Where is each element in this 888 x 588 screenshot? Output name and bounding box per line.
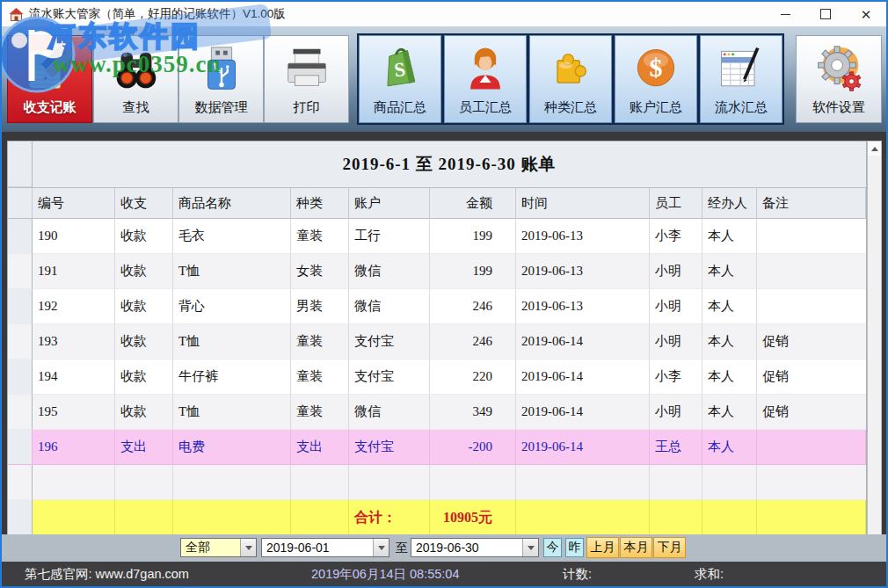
close-button[interactable]: ✕ xyxy=(846,2,886,26)
cell-amount: 199 xyxy=(430,254,516,289)
date-to-value: 2019-06-30 xyxy=(416,541,479,555)
cell-date: 2019-06-14 xyxy=(516,395,650,430)
table-body: 190收款毛衣童装工行1992019-06-13小李本人191收款T恤女装微信1… xyxy=(8,219,866,500)
row-selector[interactable] xyxy=(8,289,33,324)
row-selector[interactable] xyxy=(8,219,33,254)
toolbar-button-employee-summary[interactable]: 员工汇总 xyxy=(444,35,527,123)
column-header-product[interactable]: 商品名称 xyxy=(173,188,291,219)
cell-type: 收款 xyxy=(115,324,173,359)
notepad-pencil-icon xyxy=(23,40,77,98)
app-window: 流水账大管家（简单，好用的记账软件）V1.00版 ✕ xyxy=(0,0,888,588)
total-row: 合计： 10905元 xyxy=(8,500,866,535)
cell-employee xyxy=(650,465,702,500)
table-row[interactable]: 195收款T恤童装微信3492019-06-14小明本人促销 xyxy=(8,395,866,430)
cell-amount: 246 xyxy=(430,289,516,324)
yesterday-button[interactable]: 昨 xyxy=(565,538,584,557)
column-header-account[interactable]: 账户 xyxy=(349,188,430,219)
cell-product: 背心 xyxy=(173,289,291,324)
date-to-select[interactable]: 2019-06-30 xyxy=(411,538,539,557)
table-row[interactable]: 190收款毛衣童装工行1992019-06-13小李本人 xyxy=(8,219,866,254)
toolbar-button-data-manage[interactable]: 数据管理 xyxy=(178,35,264,123)
puzzle-icon xyxy=(544,40,597,98)
column-header-category[interactable]: 种类 xyxy=(291,188,349,219)
window-title: 流水账大管家（简单，好用的记账软件）V1.00版 xyxy=(29,6,286,22)
row-selector[interactable] xyxy=(8,254,33,289)
empty-row[interactable] xyxy=(8,465,866,500)
cell-id: 193 xyxy=(33,324,115,359)
window-controls: ✕ xyxy=(765,2,886,26)
toolbar-button-settings[interactable]: 软件设置 xyxy=(796,35,882,123)
cell-type xyxy=(115,465,173,500)
cell-type: 收款 xyxy=(115,359,173,395)
toolbar-button-flow-summary[interactable]: 流水汇总 xyxy=(700,35,782,123)
column-header-id[interactable]: 编号 xyxy=(33,188,115,219)
scope-select-value: 全部 xyxy=(186,540,210,555)
column-header-employee[interactable]: 员工 xyxy=(650,188,702,219)
table-row[interactable]: 193收款T恤童装支付宝2462019-06-14小明本人促销 xyxy=(8,324,866,359)
prev-month-button[interactable]: 上月 xyxy=(586,537,619,558)
column-header-note[interactable]: 备注 xyxy=(757,188,866,219)
chevron-down-icon xyxy=(522,539,538,556)
cell-employee: 小明 xyxy=(650,254,702,289)
chevron-down-icon xyxy=(240,539,256,556)
arrow-up-icon xyxy=(871,147,878,151)
row-selector[interactable] xyxy=(8,359,33,395)
row-selector[interactable] xyxy=(8,430,33,465)
vertical-scrollbar[interactable] xyxy=(867,141,882,561)
status-count-label: 计数: xyxy=(563,566,592,583)
toolbar-button-account-summary[interactable]: $ 账户汇总 xyxy=(615,35,697,123)
cell-date: 2019-06-14 xyxy=(516,324,650,359)
row-selector[interactable] xyxy=(8,324,33,359)
cell-id: 190 xyxy=(33,219,115,254)
cell-account: 支付宝 xyxy=(349,359,430,395)
cell-handler: 本人 xyxy=(702,430,757,465)
scope-select[interactable]: 全部 xyxy=(180,538,257,557)
cell-note: 促销 xyxy=(757,395,866,430)
toolbar-button-print[interactable]: 打印 xyxy=(264,35,349,123)
next-month-button[interactable]: 下月 xyxy=(653,537,686,558)
table-row[interactable]: 192收款背心男装微信2462019-06-13小明本人 xyxy=(8,289,866,324)
column-header-amount[interactable]: 金额 xyxy=(430,188,516,219)
column-header-type[interactable]: 收支 xyxy=(115,188,173,219)
date-from-select[interactable]: 2019-06-01 xyxy=(261,538,389,557)
cell-employee: 小明 xyxy=(650,395,702,430)
toolbar-button-label: 查找 xyxy=(123,99,149,116)
toolbar-button-label: 商品汇总 xyxy=(374,99,426,116)
toolbar-button-label: 员工汇总 xyxy=(459,99,512,116)
scroll-up-button[interactable] xyxy=(868,142,881,156)
close-icon: ✕ xyxy=(861,8,872,21)
table-header: 编号 收支 商品名称 种类 账户 金额 时间 员工 经办人 备注 xyxy=(8,188,866,219)
cell-amount: 199 xyxy=(430,219,516,254)
toolbar: 收支记账 查找 xyxy=(2,26,886,132)
this-month-button[interactable]: 本月 xyxy=(620,537,652,558)
column-header-handler[interactable]: 经办人 xyxy=(702,188,757,219)
table-row[interactable]: 194收款牛仔裤童装支付宝2202019-06-14小李本人促销 xyxy=(8,359,866,395)
cell-id: 194 xyxy=(33,359,115,395)
column-header-date[interactable]: 时间 xyxy=(516,188,650,219)
toolbar-button-product-summary[interactable]: S 商品汇总 xyxy=(359,35,441,123)
maximize-button[interactable] xyxy=(805,2,846,26)
usb-drive-icon xyxy=(194,40,249,98)
cell-product: 毛衣 xyxy=(173,219,291,254)
toolbar-button-income-expense[interactable]: 收支记账 xyxy=(7,35,92,123)
toolbar-button-search[interactable]: 查找 xyxy=(93,35,178,123)
row-selector-header xyxy=(8,142,33,187)
cell-type: 支出 xyxy=(115,430,173,465)
cell-employee: 小李 xyxy=(650,359,702,395)
table-row[interactable]: 191收款T恤女装微信1992019-06-13小明本人 xyxy=(8,254,866,289)
svg-text:$: $ xyxy=(650,53,663,82)
table-row[interactable]: 196支出电费支出支付宝-2002019-06-14王总本人 xyxy=(8,430,866,465)
binoculars-icon xyxy=(109,40,164,98)
row-selector-header[interactable] xyxy=(8,188,33,219)
row-selector[interactable] xyxy=(8,465,33,500)
row-selector[interactable] xyxy=(8,395,33,430)
cell-product: T恤 xyxy=(173,324,291,359)
spreadsheet-pen-icon xyxy=(715,40,768,98)
today-button[interactable]: 今 xyxy=(543,538,562,557)
status-site: 第七感官网: www.d7gan.com xyxy=(25,566,189,583)
minimize-button[interactable] xyxy=(765,2,805,26)
toolbar-button-category-summary[interactable]: 种类汇总 xyxy=(529,35,612,123)
cell-amount: 349 xyxy=(430,395,516,430)
cell-handler: 本人 xyxy=(702,219,757,254)
titlebar: 流水账大管家（简单，好用的记账软件）V1.00版 ✕ xyxy=(2,2,886,26)
